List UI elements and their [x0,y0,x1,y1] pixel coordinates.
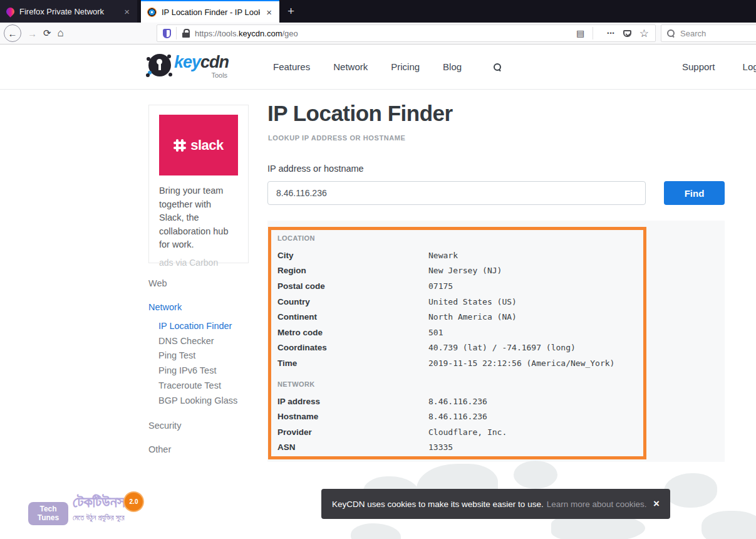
sidebar-item-ip-location-finder[interactable]: IP Location Finder [158,319,258,334]
nav-support[interactable]: Support [682,61,715,72]
refresh-button[interactable]: ⟳ [43,28,51,39]
world-map-decoration [702,511,756,539]
browser-toolbar: ← → ⟳ ⌂ https://tools.keycdn.com/geo ▤ •… [0,23,756,44]
location-rows: CityNewark RegionNew Jersey (NJ) Postal … [277,248,637,371]
forward-button[interactable]: → [28,28,37,39]
divider [593,27,593,39]
browser-search-field[interactable]: Search [661,24,756,42]
result-row-coordinates: Coordinates40.739 (lat) / -74.1697 (long… [277,340,637,356]
keycdn-favicon-icon [147,8,157,17]
location-section-heading: LOCATION [277,234,637,244]
techtunes-version-badge: 2.0 [125,493,143,511]
site-search-icon[interactable] [494,63,501,71]
tab-title: Firefox Private Network [19,7,118,16]
sidebar-item-other[interactable]: Other [148,444,258,454]
tab-title: IP Location Finder - IP Lookup [162,8,260,17]
page-subtitle: LOOKUP IP ADDRESS OR HOSTNAME [268,134,406,142]
browser-tab-bar: Firefox Private Network × IP Location Fi… [0,0,756,23]
url-text: https://tools.keycdn.com/geo [195,29,298,38]
bookmark-star-icon[interactable]: ☆ [639,27,649,40]
nav-login[interactable]: Login [743,61,756,72]
nav-network[interactable]: Network [333,61,368,72]
result-row-ip-address: IP address8.46.116.236 [277,394,637,409]
nav-pricing[interactable]: Pricing [391,61,420,72]
result-row-hostname: Hostname8.46.116.236 [277,409,637,424]
cookie-message: KeyCDN uses cookies to make its website … [332,500,544,509]
tools-sidebar: Web Network IP Location Finder DNS Check… [148,278,258,454]
url-bar[interactable]: https://tools.keycdn.com/geo ▤ ••• ☆ [157,24,656,42]
world-map-decoration [664,473,717,508]
search-placeholder: Search [680,29,706,38]
nav-blog[interactable]: Blog [443,61,462,72]
find-button[interactable]: Find [664,181,725,205]
result-row-country: CountryUnited States (US) [277,294,637,310]
carbon-ad-card[interactable]: slack Bring your team together with Slac… [148,105,249,263]
pocket-icon[interactable] [623,30,631,37]
keycdn-logo[interactable]: keycdn Tools [148,53,229,76]
keycdn-key-icon [148,54,171,76]
sidebar-item-security[interactable]: Security [148,421,258,431]
sidebar-item-ping-ipv6-test[interactable]: Ping IPv6 Test [158,364,258,379]
site-header: keycdn Tools Features Network Pricing Bl… [0,44,756,90]
ad-attribution[interactable]: ads via Carbon [159,258,238,268]
techtunes-bangla-wordmark: টেকটিউনস [73,493,125,511]
slack-ad-image[interactable]: slack [159,115,238,175]
network-subitems: IP Location Finder DNS Checker Ping Test… [158,319,258,408]
cookie-notice: KeyCDN uses cookies to make its website … [321,489,670,519]
world-map-decoration [514,461,557,489]
main-navigation: Features Network Pricing Blog [273,61,501,72]
techtunes-tagline: মেতে উঠুন প্রযুক্তির সুরে [73,514,125,522]
page-actions-icon[interactable]: ••• [607,30,614,36]
result-row-metro-code: Metro code501 [277,325,637,340]
tracking-protection-shield-icon[interactable] [163,29,171,38]
sidebar-item-bgp-looking-glass[interactable]: BGP Looking Glass [158,394,258,409]
firefox-private-network-icon [4,6,16,17]
result-row-asn: ASN13335 [277,440,637,456]
sidebar-item-web[interactable]: Web [148,278,258,288]
sidebar-item-network[interactable]: Network [148,302,258,312]
ip-address-input[interactable] [267,181,646,205]
sidebar-item-traceroute-test[interactable]: Traceroute Test [158,379,258,394]
result-row-provider: ProviderCloudflare, Inc. [277,424,637,440]
world-map-decoration [351,523,401,539]
techtunes-logo-box: Tech Tunes [28,502,68,525]
new-tab-button[interactable]: + [279,0,303,23]
tab-close-icon[interactable]: × [265,7,273,18]
ad-copy-text[interactable]: Bring your team together with Slack, the… [159,184,238,252]
result-row-postal-code: Postal code07175 [277,278,637,294]
page-title: IP Location Finder [267,101,453,126]
result-row-time: Time2019-11-15 22:12:56 (America/New_Yor… [277,355,637,371]
result-row-region: RegionNew Jersey (NJ) [277,263,637,279]
nav-features[interactable]: Features [273,61,310,72]
result-row-city: CityNewark [277,248,637,263]
home-button[interactable]: ⌂ [58,27,64,39]
logo-tools-label: Tools [211,71,227,79]
search-icon [667,29,675,37]
result-row-continent: ContinentNorth America (NA) [277,309,637,325]
tab-close-icon[interactable]: × [123,6,131,17]
sidebar-item-dns-checker[interactable]: DNS Checker [158,334,258,349]
slack-wordmark: slack [190,137,224,154]
slack-logo-icon [173,139,186,152]
network-rows: IP address8.46.116.236 Hostname8.46.116.… [277,394,637,455]
https-lock-icon[interactable] [182,29,190,38]
network-section-heading: NETWORK [277,380,637,390]
tab-ip-location-finder[interactable]: IP Location Finder - IP Lookup × [141,0,279,23]
cookie-learn-more-link[interactable]: Learn more about cookies. [547,500,647,509]
ip-input-label: IP address or hostname [267,164,364,174]
divider [176,27,177,39]
back-button[interactable]: ← [4,24,21,42]
orange-highlight-annotation: LOCATION CityNewark RegionNew Jersey (NJ… [268,227,646,459]
tab-firefox-private-network[interactable]: Firefox Private Network × [0,0,137,23]
sidebar-item-ping-test[interactable]: Ping Test [158,348,258,364]
cookie-close-icon[interactable]: × [653,498,660,510]
reader-mode-icon[interactable]: ▤ [576,28,584,38]
